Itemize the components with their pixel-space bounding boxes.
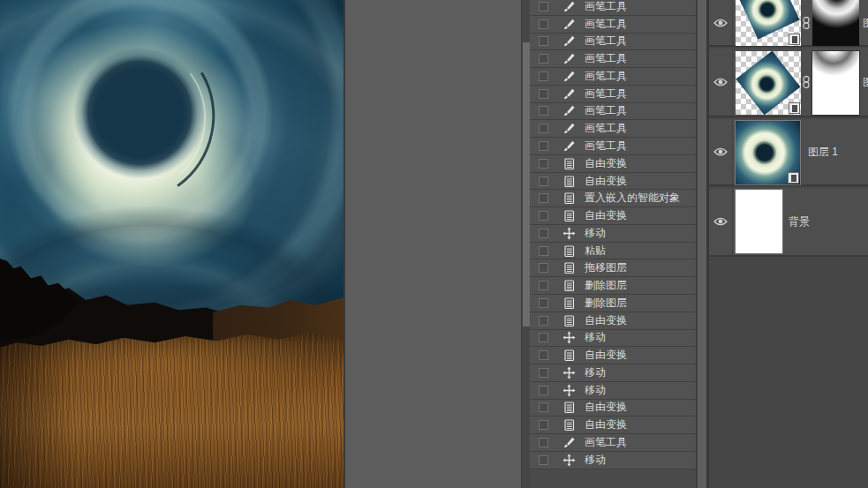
history-state-label: 自由变换	[585, 417, 627, 432]
brush-icon	[562, 436, 576, 449]
history-source-checkbox[interactable]	[539, 420, 548, 430]
history-state-row[interactable]: 画笔工具	[530, 50, 696, 68]
history-state-label: 自由变换	[585, 313, 627, 328]
transform-state-icon	[562, 261, 576, 274]
history-state-row[interactable]: 移动	[530, 225, 696, 243]
history-source-checkbox[interactable]	[539, 281, 548, 290]
visibility-eye-icon[interactable]	[713, 19, 728, 27]
history-source-checkbox[interactable]	[539, 124, 548, 133]
history-state-row[interactable]: 画笔工具	[530, 0, 696, 16]
layer-row-background[interactable]: 背景	[709, 188, 868, 257]
history-source-checkbox[interactable]	[539, 176, 548, 186]
history-state-row[interactable]: 自由变换	[530, 400, 696, 417]
move-icon	[562, 227, 576, 240]
history-state-row[interactable]: 自由变换	[530, 173, 696, 191]
history-state-row[interactable]: 移动	[530, 452, 696, 469]
history-state-row[interactable]: 自由变换	[530, 347, 696, 364]
layer-thumbnail[interactable]	[736, 0, 801, 46]
layer-row-smart-object-top[interactable]: 图	[709, 0, 868, 47]
history-source-checkbox[interactable]	[539, 246, 548, 256]
canvas-image[interactable]	[0, 0, 343, 488]
transform-state-icon	[562, 297, 576, 310]
history-state-row[interactable]: 画笔工具	[530, 120, 696, 138]
history-state-row[interactable]: 画笔工具	[530, 16, 696, 34]
layer-thumbnail[interactable]	[736, 51, 801, 115]
history-state-label: 画笔工具	[585, 51, 627, 66]
brush-icon	[562, 0, 576, 13]
history-source-checkbox[interactable]	[539, 36, 548, 46]
scrollbar-thumb[interactable]	[523, 42, 530, 327]
mask-link-icon[interactable]	[802, 76, 811, 89]
history-state-label: 自由变换	[585, 348, 627, 363]
history-source-checkbox[interactable]	[539, 402, 548, 412]
layer-mask-thumbnail[interactable]	[812, 0, 859, 46]
history-state-label: 画笔工具	[585, 17, 627, 32]
layer-thumbnail[interactable]	[736, 121, 800, 184]
layer-name[interactable]: 图层 1	[808, 145, 838, 160]
history-source-checkbox[interactable]	[539, 19, 548, 29]
brush-icon	[562, 139, 576, 153]
canvas-edge-shadow	[343, 0, 345, 488]
history-source-checkbox[interactable]	[539, 350, 548, 360]
history-source-checkbox[interactable]	[539, 141, 548, 151]
history-source-checkbox[interactable]	[539, 438, 548, 447]
history-state-row[interactable]: 拖移图层	[530, 259, 696, 277]
layer-row-smart-object[interactable]: 图	[709, 49, 868, 117]
history-panel: 画笔工具 画笔工具 画笔工具 画笔工具 画笔工具 画笔工具 画笔工具	[530, 0, 696, 488]
history-source-checkbox[interactable]	[539, 211, 548, 221]
history-source-checkbox[interactable]	[539, 316, 548, 326]
layer-thumbnail[interactable]	[736, 190, 782, 253]
history-source-checkbox[interactable]	[539, 71, 548, 81]
history-state-row[interactable]: 画笔工具	[530, 34, 696, 51]
history-source-checkbox[interactable]	[539, 159, 548, 169]
brush-icon	[562, 34, 576, 48]
history-list: 画笔工具 画笔工具 画笔工具 画笔工具 画笔工具 画笔工具 画笔工具	[530, 0, 696, 469]
visibility-eye-icon[interactable]	[713, 217, 728, 226]
history-source-checkbox[interactable]	[539, 193, 548, 203]
history-source-checkbox[interactable]	[539, 298, 548, 308]
history-state-label: 粘贴	[585, 244, 606, 259]
history-state-label: 移动	[585, 383, 606, 398]
layer-row-layer1[interactable]: 图层 1	[709, 119, 868, 186]
history-state-label: 自由变换	[585, 400, 627, 415]
history-state-row[interactable]: 粘贴	[530, 243, 696, 260]
history-state-row[interactable]: 画笔工具	[530, 434, 696, 452]
history-source-checkbox[interactable]	[539, 54, 548, 64]
history-state-row[interactable]: 画笔工具	[530, 103, 696, 121]
history-source-checkbox[interactable]	[539, 229, 548, 238]
smart-object-badge-icon	[788, 172, 799, 184]
history-source-checkbox[interactable]	[539, 106, 548, 116]
visibility-eye-icon[interactable]	[713, 147, 728, 156]
history-source-checkbox[interactable]	[539, 455, 548, 465]
vertical-scrollbar[interactable]	[521, 0, 530, 488]
history-source-checkbox[interactable]	[539, 386, 548, 395]
transform-state-icon	[562, 349, 576, 362]
layer-mask-thumbnail[interactable]	[812, 51, 859, 115]
transform-state-icon	[562, 209, 576, 222]
history-state-row[interactable]: 删除图层	[530, 277, 696, 295]
history-state-row[interactable]: 移动	[530, 330, 696, 348]
history-state-row[interactable]: 删除图层	[530, 295, 696, 312]
history-state-row[interactable]: 自由变换	[530, 155, 696, 173]
mask-link-icon[interactable]	[802, 16, 811, 29]
brush-icon	[562, 18, 576, 31]
history-source-checkbox[interactable]	[539, 89, 548, 99]
history-source-checkbox[interactable]	[539, 263, 548, 273]
history-source-checkbox[interactable]	[539, 333, 548, 342]
history-state-row[interactable]: 自由变换	[530, 417, 696, 434]
history-state-label: 置入嵌入的智能对象	[585, 191, 680, 206]
history-state-row[interactable]: 置入嵌入的智能对象	[530, 190, 696, 207]
visibility-eye-icon[interactable]	[713, 78, 728, 86]
history-state-row[interactable]: 移动	[530, 364, 696, 382]
panel-divider[interactable]	[696, 0, 709, 488]
layer-name[interactable]: 背景	[789, 214, 810, 229]
history-source-checkbox[interactable]	[539, 368, 548, 378]
history-source-checkbox[interactable]	[539, 2, 548, 11]
history-state-row[interactable]: 移动	[530, 382, 696, 400]
transform-state-icon	[562, 279, 576, 292]
history-state-row[interactable]: 画笔工具	[530, 138, 696, 155]
history-state-row[interactable]: 自由变换	[530, 207, 696, 225]
history-state-row[interactable]: 画笔工具	[530, 68, 696, 86]
history-state-row[interactable]: 自由变换	[530, 312, 696, 330]
history-state-row[interactable]: 画笔工具	[530, 86, 696, 103]
